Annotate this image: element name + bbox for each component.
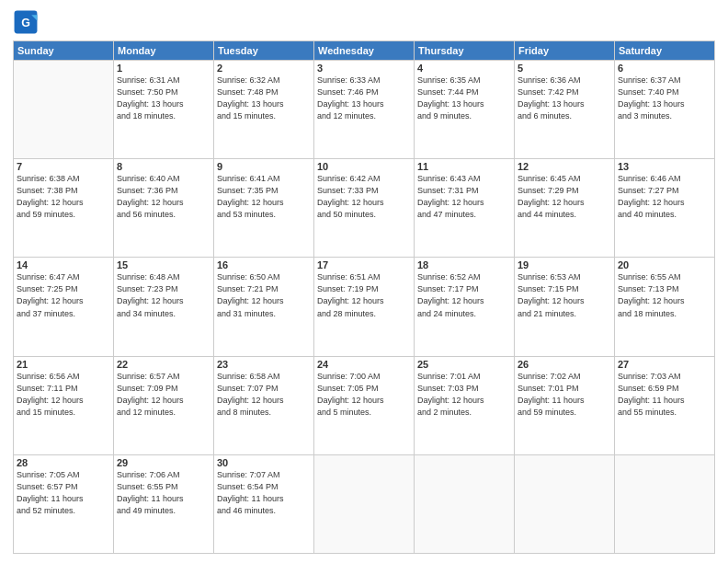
header-monday: Monday xyxy=(114,41,214,61)
calendar-cell: 20Sunrise: 6:55 AMSunset: 7:13 PMDayligh… xyxy=(615,258,715,356)
svg-text:G: G xyxy=(21,17,30,29)
calendar-cell: 22Sunrise: 6:57 AMSunset: 7:09 PMDayligh… xyxy=(114,356,214,454)
day-number: 30 xyxy=(217,457,311,468)
logo-icon: G xyxy=(13,9,39,35)
day-detail: Sunrise: 6:48 AMSunset: 7:23 PMDaylight:… xyxy=(117,271,210,319)
week-row-2: 14Sunrise: 6:47 AMSunset: 7:25 PMDayligh… xyxy=(14,258,715,356)
header-tuesday: Tuesday xyxy=(214,41,314,61)
day-number: 28 xyxy=(17,457,110,468)
day-detail: Sunrise: 6:31 AMSunset: 7:50 PMDaylight:… xyxy=(117,75,210,122)
day-number: 11 xyxy=(417,161,511,172)
calendar-cell: 8Sunrise: 6:40 AMSunset: 7:36 PMDaylight… xyxy=(114,159,214,258)
day-detail: Sunrise: 6:38 AMSunset: 7:38 PMDaylight:… xyxy=(17,173,110,221)
day-detail: Sunrise: 6:53 AMSunset: 7:15 PMDaylight:… xyxy=(518,271,611,319)
header-wednesday: Wednesday xyxy=(314,41,415,61)
day-detail: Sunrise: 6:36 AMSunset: 7:42 PMDaylight:… xyxy=(518,75,611,122)
day-detail: Sunrise: 6:32 AMSunset: 7:48 PMDaylight:… xyxy=(217,75,311,122)
calendar-cell: 25Sunrise: 7:01 AMSunset: 7:03 PMDayligh… xyxy=(415,356,515,454)
day-number: 23 xyxy=(217,359,311,370)
day-detail: Sunrise: 6:50 AMSunset: 7:21 PMDaylight:… xyxy=(217,271,311,319)
day-detail: Sunrise: 7:00 AMSunset: 7:05 PMDaylight:… xyxy=(317,371,411,419)
day-detail: Sunrise: 7:03 AMSunset: 6:59 PMDaylight:… xyxy=(618,371,711,419)
day-number: 15 xyxy=(117,259,210,270)
page: G SundayMondayTuesdayWednesdayThursdayFr… xyxy=(0,0,728,563)
calendar-header-row: SundayMondayTuesdayWednesdayThursdayFrid… xyxy=(14,41,715,61)
header-saturday: Saturday xyxy=(615,41,715,61)
calendar-cell xyxy=(314,454,415,553)
day-detail: Sunrise: 6:56 AMSunset: 7:11 PMDaylight:… xyxy=(17,371,110,419)
calendar-cell: 10Sunrise: 6:42 AMSunset: 7:33 PMDayligh… xyxy=(314,159,415,258)
week-row-0: 1Sunrise: 6:31 AMSunset: 7:50 PMDaylight… xyxy=(14,61,715,159)
day-number: 24 xyxy=(317,359,411,370)
day-number: 9 xyxy=(217,161,311,172)
day-number: 13 xyxy=(618,161,711,172)
calendar-cell: 18Sunrise: 6:52 AMSunset: 7:17 PMDayligh… xyxy=(415,258,515,356)
calendar-cell xyxy=(615,454,715,553)
logo: G xyxy=(13,9,42,35)
day-detail: Sunrise: 7:01 AMSunset: 7:03 PMDaylight:… xyxy=(417,371,511,419)
day-number: 20 xyxy=(618,259,711,270)
calendar-cell: 7Sunrise: 6:38 AMSunset: 7:38 PMDaylight… xyxy=(14,159,114,258)
calendar-cell: 4Sunrise: 6:35 AMSunset: 7:44 PMDaylight… xyxy=(415,61,515,159)
calendar-cell xyxy=(515,454,615,553)
calendar-cell: 2Sunrise: 6:32 AMSunset: 7:48 PMDaylight… xyxy=(214,61,314,159)
calendar-cell: 15Sunrise: 6:48 AMSunset: 7:23 PMDayligh… xyxy=(114,258,214,356)
day-detail: Sunrise: 6:57 AMSunset: 7:09 PMDaylight:… xyxy=(117,371,210,419)
header-thursday: Thursday xyxy=(415,41,515,61)
day-number: 2 xyxy=(217,63,311,74)
day-detail: Sunrise: 6:58 AMSunset: 7:07 PMDaylight:… xyxy=(217,371,311,419)
day-detail: Sunrise: 6:55 AMSunset: 7:13 PMDaylight:… xyxy=(618,271,711,319)
day-number: 3 xyxy=(317,63,411,74)
week-row-1: 7Sunrise: 6:38 AMSunset: 7:38 PMDaylight… xyxy=(14,159,715,258)
day-number: 17 xyxy=(317,259,411,270)
calendar-cell: 12Sunrise: 6:45 AMSunset: 7:29 PMDayligh… xyxy=(515,159,615,258)
calendar-cell: 16Sunrise: 6:50 AMSunset: 7:21 PMDayligh… xyxy=(214,258,314,356)
week-row-4: 28Sunrise: 7:05 AMSunset: 6:57 PMDayligh… xyxy=(14,454,715,553)
calendar-cell: 9Sunrise: 6:41 AMSunset: 7:35 PMDaylight… xyxy=(214,159,314,258)
day-detail: Sunrise: 6:33 AMSunset: 7:46 PMDaylight:… xyxy=(317,75,411,122)
day-detail: Sunrise: 6:47 AMSunset: 7:25 PMDaylight:… xyxy=(17,271,110,319)
header: G xyxy=(13,9,715,35)
calendar-cell: 11Sunrise: 6:43 AMSunset: 7:31 PMDayligh… xyxy=(415,159,515,258)
day-number: 6 xyxy=(618,63,711,74)
day-number: 8 xyxy=(117,161,210,172)
day-number: 19 xyxy=(518,259,611,270)
day-detail: Sunrise: 6:51 AMSunset: 7:19 PMDaylight:… xyxy=(317,271,411,319)
day-number: 1 xyxy=(117,63,210,74)
day-detail: Sunrise: 6:35 AMSunset: 7:44 PMDaylight:… xyxy=(417,75,511,122)
calendar-cell: 28Sunrise: 7:05 AMSunset: 6:57 PMDayligh… xyxy=(14,454,114,553)
day-number: 21 xyxy=(17,359,110,370)
header-friday: Friday xyxy=(515,41,615,61)
day-detail: Sunrise: 7:07 AMSunset: 6:54 PMDaylight:… xyxy=(217,469,311,517)
day-number: 22 xyxy=(117,359,210,370)
header-sunday: Sunday xyxy=(14,41,114,61)
calendar-cell: 21Sunrise: 6:56 AMSunset: 7:11 PMDayligh… xyxy=(14,356,114,454)
day-detail: Sunrise: 6:40 AMSunset: 7:36 PMDaylight:… xyxy=(117,173,210,221)
calendar-cell: 19Sunrise: 6:53 AMSunset: 7:15 PMDayligh… xyxy=(515,258,615,356)
calendar-cell: 1Sunrise: 6:31 AMSunset: 7:50 PMDaylight… xyxy=(114,61,214,159)
day-number: 26 xyxy=(518,359,611,370)
calendar-cell xyxy=(14,61,114,159)
day-detail: Sunrise: 7:05 AMSunset: 6:57 PMDaylight:… xyxy=(17,469,110,517)
calendar-cell: 3Sunrise: 6:33 AMSunset: 7:46 PMDaylight… xyxy=(314,61,415,159)
calendar-cell: 5Sunrise: 6:36 AMSunset: 7:42 PMDaylight… xyxy=(515,61,615,159)
day-detail: Sunrise: 6:42 AMSunset: 7:33 PMDaylight:… xyxy=(317,173,411,221)
week-row-3: 21Sunrise: 6:56 AMSunset: 7:11 PMDayligh… xyxy=(14,356,715,454)
day-number: 16 xyxy=(217,259,311,270)
calendar-cell: 14Sunrise: 6:47 AMSunset: 7:25 PMDayligh… xyxy=(14,258,114,356)
calendar-cell: 13Sunrise: 6:46 AMSunset: 7:27 PMDayligh… xyxy=(615,159,715,258)
calendar-cell: 26Sunrise: 7:02 AMSunset: 7:01 PMDayligh… xyxy=(515,356,615,454)
calendar-cell xyxy=(415,454,515,553)
day-number: 25 xyxy=(417,359,511,370)
day-number: 29 xyxy=(117,457,210,468)
day-detail: Sunrise: 6:37 AMSunset: 7:40 PMDaylight:… xyxy=(618,75,711,122)
day-detail: Sunrise: 6:45 AMSunset: 7:29 PMDaylight:… xyxy=(518,173,611,221)
day-number: 7 xyxy=(17,161,110,172)
day-number: 18 xyxy=(417,259,511,270)
day-number: 4 xyxy=(417,63,511,74)
day-detail: Sunrise: 6:41 AMSunset: 7:35 PMDaylight:… xyxy=(217,173,311,221)
day-number: 10 xyxy=(317,161,411,172)
day-detail: Sunrise: 6:52 AMSunset: 7:17 PMDaylight:… xyxy=(417,271,511,319)
calendar-cell: 17Sunrise: 6:51 AMSunset: 7:19 PMDayligh… xyxy=(314,258,415,356)
day-number: 14 xyxy=(17,259,110,270)
